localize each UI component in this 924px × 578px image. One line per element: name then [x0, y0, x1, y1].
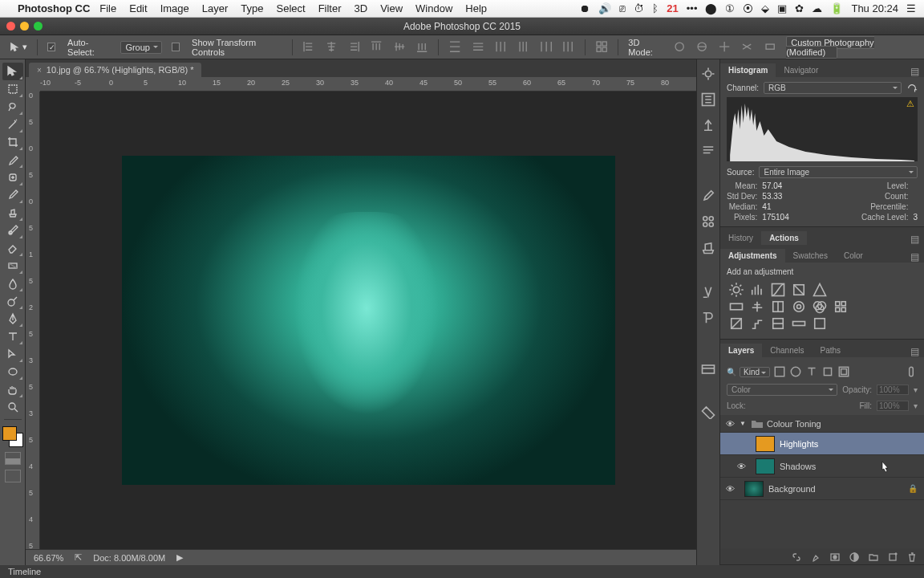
3d-scale-icon[interactable] [764, 40, 776, 55]
adjustments-panel-menu-icon[interactable]: ▤ [906, 251, 924, 263]
document-tab[interactable]: × 10.jpg @ 66.7% (Highlights, RGB/8) * [29, 63, 201, 77]
display-icon[interactable]: ⎚ [619, 2, 626, 14]
foreground-background-swatch[interactable] [2, 426, 23, 447]
fill-flyout-icon[interactable]: ▾ [914, 401, 918, 410]
close-tab-icon[interactable]: × [37, 66, 42, 75]
align-hcenter-icon[interactable] [325, 40, 338, 55]
channel-select[interactable]: RGB [764, 82, 902, 94]
3d-roll-icon[interactable] [695, 40, 708, 55]
tab-paths[interactable]: Paths [813, 344, 849, 357]
adj-brightness-icon[interactable] [728, 283, 744, 297]
styles-panel-icon[interactable] [700, 403, 716, 419]
group-collapse-icon[interactable]: ▼ [740, 420, 748, 427]
layer-style-icon[interactable] [810, 552, 821, 563]
menu-filter[interactable]: Filter [318, 2, 342, 14]
3d-slide-icon[interactable] [740, 40, 753, 55]
adj-selective-color-icon[interactable] [812, 316, 828, 331]
brushes-panel-icon[interactable] [700, 188, 716, 204]
fill-field[interactable]: 100% [877, 401, 909, 411]
new-layer-icon[interactable] [887, 552, 898, 563]
new-group-icon[interactable] [868, 552, 879, 563]
distribute-3-icon[interactable] [494, 40, 507, 55]
libraries-panel-icon[interactable] [700, 361, 716, 377]
delete-layer-icon[interactable] [906, 552, 918, 563]
bluetooth-icon[interactable]: ᛒ [652, 2, 659, 14]
magic-wand-tool[interactable] [2, 116, 23, 133]
character-panel-icon[interactable] [700, 117, 716, 133]
adj-posterize-icon[interactable] [749, 316, 765, 331]
layer-thumb-highlights[interactable] [756, 436, 775, 452]
tab-color[interactable]: Color [836, 249, 871, 263]
menu-select[interactable]: Select [276, 2, 305, 14]
refresh-histogram-icon[interactable] [906, 83, 918, 94]
spot-healing-tool[interactable] [2, 169, 23, 186]
3d-orbit-icon[interactable] [673, 40, 686, 55]
background-lock-icon[interactable]: 🔒 [908, 484, 918, 493]
menu-help[interactable]: Help [465, 2, 487, 14]
tab-adjustments[interactable]: Adjustments [720, 249, 785, 263]
align-vcenter-icon[interactable] [393, 40, 406, 55]
visibility-toggle-highlights[interactable] [732, 438, 751, 450]
horizontal-ruler[interactable]: -10-505101520253035404550556065707580 [40, 77, 696, 92]
dodge-tool[interactable] [2, 292, 23, 310]
layers-panel-menu-icon[interactable]: ▤ [906, 346, 924, 357]
type-tool[interactable] [2, 328, 23, 345]
ruler-origin[interactable] [26, 77, 40, 92]
source-select[interactable]: Entire Image [759, 166, 918, 178]
gradient-tool[interactable] [2, 257, 23, 275]
filter-shape-icon[interactable] [821, 365, 834, 378]
layer-name-background[interactable]: Background [768, 484, 816, 494]
eraser-tool[interactable] [2, 239, 23, 257]
calendar-icon[interactable]: 21 [667, 2, 678, 14]
list-icon[interactable]: ☰ [906, 2, 916, 14]
ellipse-tool[interactable] [2, 363, 23, 381]
filter-type-icon[interactable] [805, 365, 818, 378]
menu-file[interactable]: File [99, 2, 116, 14]
align-right-icon[interactable] [347, 40, 360, 55]
clock[interactable]: Thu 20:24 [851, 2, 898, 14]
properties-panel-icon[interactable] [700, 66, 716, 82]
status-flyout-icon[interactable]: ▶ [176, 552, 183, 563]
filter-smart-icon[interactable] [837, 365, 850, 378]
adj-exposure-icon[interactable] [791, 283, 807, 297]
menu-3d[interactable]: 3D [355, 2, 368, 14]
adj-bw-icon[interactable] [770, 299, 786, 314]
zoom-popup-icon[interactable]: ⇱ [75, 552, 82, 563]
histogram-display[interactable]: ⚠ [727, 97, 918, 161]
record-icon[interactable]: ⏺ [580, 2, 590, 14]
layer-filter-kind-select[interactable]: Kind [740, 367, 770, 377]
visibility-toggle-group[interactable]: 👁 [720, 419, 740, 429]
tab-history[interactable]: History [720, 231, 761, 245]
auto-select-checkbox[interactable] [47, 43, 55, 51]
filter-pixel-icon[interactable] [773, 365, 786, 378]
menu-edit[interactable]: Edit [129, 2, 147, 14]
info-panel-icon[interactable] [700, 92, 716, 108]
adj-invert-icon[interactable] [728, 316, 744, 331]
screen-mode-toggle[interactable] [5, 470, 21, 482]
menu-window[interactable]: Window [415, 2, 452, 14]
layer-thumb-shadows[interactable] [756, 458, 775, 474]
brush-presets-icon[interactable] [700, 214, 716, 230]
filter-toggle-icon[interactable] [905, 365, 918, 378]
zoom-level[interactable]: 66.67% [34, 553, 63, 563]
adj-vibrance-icon[interactable] [812, 283, 828, 297]
layer-background[interactable]: 👁 Background 🔒 [720, 478, 924, 500]
tab-actions[interactable]: Actions [761, 231, 807, 245]
visibility-toggle-shadows[interactable]: 👁 [732, 462, 751, 471]
layer-highlights[interactable]: Highlights [720, 433, 924, 455]
type-panel-icon[interactable] [700, 284, 716, 300]
evernote-icon[interactable]: ▣ [777, 2, 787, 14]
dropbox-icon[interactable]: ⬙ [761, 2, 769, 14]
shield-icon[interactable]: ⬤ [705, 2, 717, 14]
layer-name-shadows[interactable]: Shadows [780, 462, 816, 471]
3d-pan-icon[interactable] [718, 40, 731, 55]
layer-group-colour-toning[interactable]: 👁 ▼ Colour Toning [720, 415, 924, 433]
timeline-panel-tab[interactable]: Timeline [0, 565, 924, 578]
wifi-icon[interactable]: ⦿ [743, 2, 753, 14]
clone-source-icon[interactable] [700, 239, 716, 255]
move-tool-indicator[interactable]: ▾ [10, 42, 27, 53]
volume-icon[interactable]: 🔊 [598, 2, 611, 14]
tab-histogram[interactable]: Histogram [720, 63, 776, 77]
adj-color-lookup-icon[interactable] [833, 299, 849, 314]
adj-levels-icon[interactable] [749, 283, 765, 297]
